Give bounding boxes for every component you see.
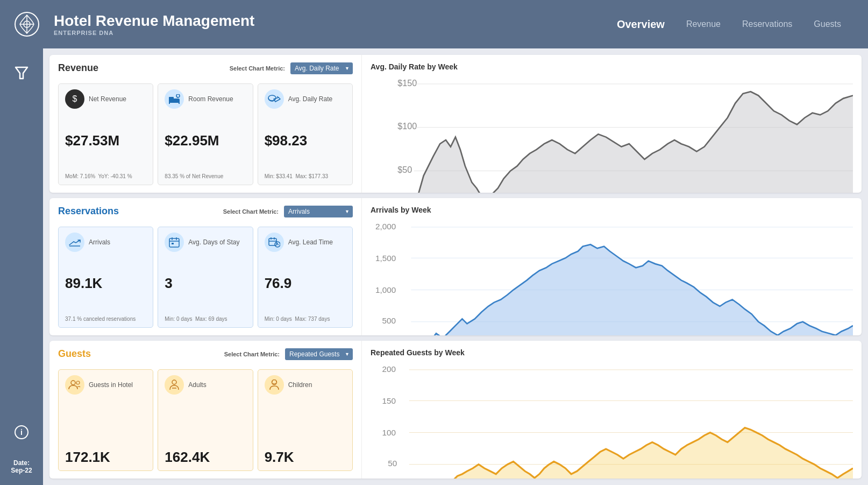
svg-rect-9	[169, 102, 170, 104]
children-header: Children	[265, 375, 346, 395]
avg-days-header: Avg. Days of Stay	[165, 233, 246, 252]
avg-lead-label: Avg. Lead Time	[288, 238, 333, 246]
revenue-metrics: $ Net Revenue $27.53M MoM: 7.16% YoY: -4…	[58, 83, 353, 185]
date-label: Date:	[11, 459, 32, 467]
svg-text:50: 50	[388, 459, 397, 468]
svg-point-11	[176, 94, 180, 97]
nav-reservations[interactable]: Reservations	[742, 19, 792, 29]
arrivals-label: Arrivals	[89, 238, 110, 246]
svg-text:1,000: 1,000	[375, 285, 396, 294]
children-card: Children 9.7K	[258, 369, 353, 471]
dollar-icon: $	[65, 89, 84, 109]
svg-text:100: 100	[382, 428, 396, 437]
guests-metrics: Guests in Hotel 172.1K	[58, 369, 353, 471]
guests-hotel-card: Guests in Hotel 172.1K	[58, 369, 153, 471]
room-revenue-card: Room Revenue $22.95M 83.35 % of Net Reve…	[158, 83, 253, 185]
guests-hotel-value: 172.1K	[65, 449, 146, 465]
avg-days-value: 3	[165, 276, 246, 291]
guests-left: Guests Select Chart Metric: Repeated Gue…	[49, 341, 361, 479]
revenue-chart-title: Avg. Daily Rate by Week	[371, 62, 853, 71]
reservations-chart-container: 2,000 1,500 1,000 500 0	[371, 217, 853, 336]
reservations-metrics: Arrivals 89.1K 37.1 % canceled reservati…	[58, 227, 353, 328]
svg-line-39	[278, 244, 279, 245]
adults-value: 162.4K	[165, 449, 246, 465]
guests-icon	[65, 375, 84, 395]
avg-lead-sub: Min: 0 days Max: 737 days	[265, 316, 346, 322]
children-value: 9.7K	[265, 449, 346, 465]
guests-chart-panel: Repeated Guests by Week 200 150 100 50 0	[361, 341, 862, 479]
net-revenue-value: $27.53M	[65, 133, 146, 149]
arrivals-value: 89.1K	[65, 276, 146, 291]
main-nav: Overview Revenue Reservations Guests	[617, 18, 841, 31]
reservations-title: Reservations	[58, 206, 119, 217]
guests-title: Guests	[58, 348, 91, 360]
adults-label: Adults	[188, 381, 206, 389]
svg-line-14	[277, 96, 279, 97]
revenue-chart-container: $150 $100 $50 Jul 2018 Jan 2019	[371, 74, 853, 193]
revenue-title: Revenue	[58, 62, 98, 74]
revenue-section: Revenue Select Chart Metric: Avg. Daily …	[49, 55, 862, 193]
svg-text:2,000: 2,000	[375, 221, 396, 230]
room-revenue-label: Room Revenue	[188, 95, 233, 103]
title-block: Hotel Revenue Management ENTERPRISE DNA	[54, 12, 606, 36]
room-revenue-value: $22.95M	[165, 133, 246, 149]
app-title: Hotel Revenue Management	[54, 12, 606, 30]
nav-guests[interactable]: Guests	[814, 19, 841, 29]
app-subtitle: ENTERPRISE DNA	[54, 30, 606, 36]
nav-revenue[interactable]: Revenue	[686, 19, 721, 29]
net-revenue-sub1: MoM: 7.16% YoY: -40.31 %	[65, 173, 146, 179]
avg-daily-rate-label: Avg. Daily Rate	[288, 95, 332, 103]
guests-metric-select[interactable]: Repeated Guests Guests in Hotel Adults C…	[285, 348, 353, 360]
revenue-chart-panel: Avg. Daily Rate by Week $150 $100 $50	[361, 55, 862, 193]
avg-daily-rate-card: Avg. Daily Rate $98.23 Min: $33.41 Max: …	[258, 83, 353, 185]
room-revenue-sub: 83.35 % of Net Revenue	[165, 173, 246, 179]
adult-icon	[165, 375, 184, 395]
reservations-top: Reservations Select Chart Metric: Arriva…	[58, 206, 353, 222]
reservations-left: Reservations Select Chart Metric: Arriva…	[49, 198, 361, 336]
reservations-select-wrapper[interactable]: Arrivals Avg. Days of Stay Avg. Lead Tim…	[284, 206, 353, 217]
logo	[11, 8, 43, 40]
arrivals-card: Arrivals 89.1K 37.1 % canceled reservati…	[58, 227, 153, 328]
room-revenue-header: Room Revenue	[165, 89, 246, 109]
adults-header: Adults	[165, 375, 246, 395]
arrivals-sub: 37.1 % canceled reservations	[65, 316, 146, 322]
arrivals-icon	[65, 233, 84, 252]
svg-rect-33	[269, 238, 276, 245]
svg-point-60	[272, 381, 273, 382]
guests-select-wrapper[interactable]: Repeated Guests Guests in Hotel Adults C…	[285, 348, 353, 360]
sidebar: i Date: Sep-22	[0, 48, 43, 485]
revenue-select-wrapper[interactable]: Avg. Daily Rate Net Revenue Room Revenue	[290, 62, 353, 74]
avg-daily-rate-value: $98.23	[265, 133, 346, 149]
avg-days-label: Avg. Days of Stay	[188, 238, 239, 246]
svg-text:500: 500	[382, 316, 396, 325]
reservations-metric-select[interactable]: Arrivals Avg. Days of Stay Avg. Lead Tim…	[284, 206, 353, 217]
filter-icon[interactable]	[13, 65, 30, 84]
net-revenue-card: $ Net Revenue $27.53M MoM: 7.16% YoY: -4…	[58, 83, 153, 185]
hand-coin-icon	[265, 89, 284, 109]
bed-icon	[165, 89, 184, 109]
svg-point-55	[71, 381, 75, 385]
children-label: Children	[288, 381, 312, 389]
page-layout: i Date: Sep-22 Revenue Select Chart Metr…	[0, 48, 868, 485]
svg-line-12	[177, 97, 178, 98]
arrivals-header: Arrivals	[65, 233, 146, 252]
clock-calendar-icon	[265, 233, 284, 252]
nav-overview[interactable]: Overview	[617, 18, 665, 31]
info-icon[interactable]: i	[11, 425, 32, 443]
guests-top: Guests Select Chart Metric: Repeated Gue…	[58, 348, 353, 365]
svg-text:1,500: 1,500	[375, 253, 396, 262]
date-value: Sep-22	[11, 467, 32, 474]
guests-section: Guests Select Chart Metric: Repeated Gue…	[49, 341, 862, 479]
guests-chart-container: 200 150 100 50 0	[371, 360, 853, 479]
svg-point-61	[276, 381, 277, 382]
avg-lead-card: Avg. Lead Time 76.9 Min: 0 days Max: 737…	[258, 227, 353, 328]
svg-text:$150: $150	[397, 78, 417, 88]
svg-marker-4	[16, 67, 27, 79]
revenue-left: Revenue Select Chart Metric: Avg. Daily …	[49, 55, 361, 193]
revenue-metric-select[interactable]: Avg. Daily Rate Net Revenue Room Revenue	[290, 62, 353, 74]
avg-lead-value: 76.9	[265, 276, 346, 291]
guests-hotel-label: Guests in Hotel	[89, 381, 133, 389]
net-revenue-label: Net Revenue	[89, 95, 126, 103]
revenue-metric-selector: Select Chart Metric: Avg. Daily Rate Net…	[230, 62, 353, 74]
guests-metric-selector: Select Chart Metric: Repeated Guests Gue…	[224, 348, 353, 360]
